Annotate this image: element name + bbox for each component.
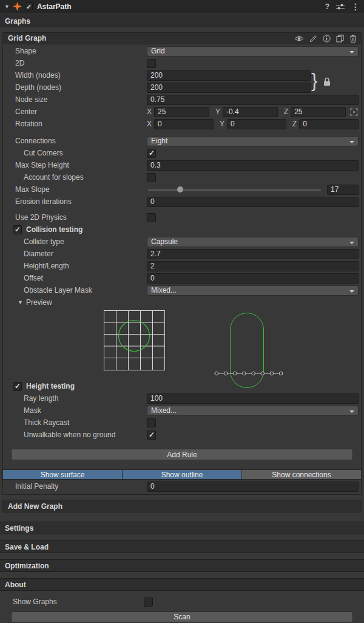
astarpath-icon — [13, 2, 22, 11]
rotation-z-input[interactable] — [299, 119, 359, 129]
diameter-input[interactable] — [147, 249, 359, 259]
preview-foldout-icon[interactable]: ▼ — [18, 299, 23, 305]
max-slope-row: Max Slope — [3, 184, 359, 195]
rotation-y-input[interactable] — [227, 119, 286, 129]
collider-type-dropdown[interactable]: Capsule — [147, 237, 359, 247]
duplicate-icon[interactable] — [336, 35, 344, 43]
offset-input[interactable] — [147, 273, 359, 284]
section-about[interactable]: About — [0, 578, 364, 591]
max-step-height-input[interactable] — [147, 160, 359, 171]
connections-row: Connections Eight — [3, 135, 359, 146]
unwalkable-checkbox[interactable] — [147, 431, 156, 440]
erosion-iterations-row: Erosion iterations — [3, 196, 359, 207]
cut-corners-checkbox[interactable] — [147, 149, 156, 158]
window-foldout-icon[interactable]: ▼ — [4, 4, 10, 10]
add-rule-button[interactable]: Add Rule — [11, 449, 353, 460]
erosion-iterations-label: Erosion iterations — [3, 197, 147, 206]
show-graphs-checkbox[interactable] — [144, 597, 153, 607]
section-settings[interactable]: Settings — [0, 522, 364, 534]
rotation-x-input[interactable] — [154, 119, 214, 129]
edit-pencil-icon[interactable] — [309, 35, 317, 43]
ray-length-input[interactable] — [147, 393, 359, 404]
scan-button[interactable]: Scan — [11, 611, 353, 622]
2d-label: 2D — [3, 59, 147, 67]
thick-raycast-checkbox[interactable] — [147, 418, 156, 427]
snap-position-icon[interactable] — [349, 107, 359, 117]
obstacle-layer-mask-dropdown[interactable]: Mixed... — [147, 285, 359, 296]
collision-testing-checkbox[interactable] — [13, 225, 22, 234]
show-outline-button[interactable]: Show outline — [122, 470, 241, 479]
grid-graph-panel: Grid Graph — [2, 32, 362, 495]
depth-input[interactable] — [147, 83, 311, 93]
component-header: ▼ AstarPath ? ⋮ — [0, 0, 364, 13]
use-2d-physics-checkbox[interactable] — [147, 213, 156, 222]
shape-dropdown[interactable]: Grid — [147, 46, 359, 56]
section-save-load[interactable]: Save & Load — [0, 540, 364, 553]
mask-row: Mask Mixed... — [3, 405, 359, 416]
max-slope-slider[interactable] — [147, 185, 322, 194]
preview-node-line — [214, 370, 283, 376]
account-for-slopes-checkbox[interactable] — [147, 173, 156, 182]
height-testing-label: Height testing — [26, 382, 75, 390]
initial-penalty-label: Initial Penalty — [3, 482, 147, 491]
width-input[interactable] — [147, 70, 311, 81]
z-axis-label: Z — [292, 120, 297, 128]
height-testing-checkbox[interactable] — [13, 382, 22, 391]
slider-track — [148, 189, 321, 191]
rotation-row: Rotation X Y Z — [3, 118, 359, 129]
collider-type-label: Collider type — [3, 237, 147, 246]
delete-trash-icon[interactable] — [349, 35, 357, 43]
add-new-graph-button[interactable]: Add New Graph — [2, 500, 362, 512]
dimensions-group: Width (nodes) Depth (nodes) } — [3, 70, 361, 93]
center-z-input[interactable] — [291, 107, 346, 117]
obstacle-layer-mask-label: Obstacle Layer Mask — [3, 286, 147, 294]
kebab-menu-icon[interactable]: ⋮ — [351, 2, 360, 12]
center-y-input[interactable] — [223, 107, 278, 117]
cut-corners-label: Cut Corners — [3, 149, 147, 157]
x-axis-label: X — [147, 120, 152, 128]
z-axis-label: Z — [284, 107, 288, 116]
shape-label: Shape — [3, 47, 147, 55]
erosion-iterations-input[interactable] — [147, 197, 359, 207]
use-2d-physics-label: Use 2D Physics — [3, 213, 147, 222]
initial-penalty-input[interactable] — [147, 482, 359, 492]
mask-dropdown[interactable]: Mixed... — [147, 406, 359, 416]
section-graphs-label: Graphs — [5, 17, 30, 26]
link-brace: } — [311, 70, 317, 92]
y-axis-label: Y — [215, 107, 220, 116]
thick-raycast-row: Thick Raycast — [3, 417, 359, 428]
height-testing-row: Height testing — [3, 381, 359, 392]
thick-raycast-label: Thick Raycast — [3, 418, 147, 427]
section-graphs[interactable]: Graphs — [0, 15, 364, 27]
info-icon[interactable] — [323, 35, 331, 43]
max-slope-input[interactable] — [327, 185, 359, 195]
show-connections-button[interactable]: Show connections — [241, 470, 361, 479]
slider-handle[interactable] — [177, 186, 183, 192]
lock-icon[interactable] — [323, 77, 331, 86]
preview-capsule-gizmo — [230, 313, 264, 388]
preview-foldout-row[interactable]: ▼ Preview — [3, 297, 359, 308]
show-surface-button[interactable]: Show surface — [3, 470, 122, 479]
connections-dropdown[interactable]: Eight — [147, 136, 359, 146]
max-step-height-label: Max Step Height — [3, 161, 147, 169]
graph-preview-canvas — [3, 309, 361, 380]
section-optimization[interactable]: Optimization — [0, 559, 364, 572]
node-size-label: Node size — [3, 95, 147, 104]
node-size-row: Node size — [3, 94, 359, 105]
connections-label: Connections — [3, 137, 147, 145]
diameter-row: Diameter — [3, 248, 359, 259]
component-title: AstarPath — [37, 2, 72, 11]
2d-checkbox[interactable] — [147, 59, 156, 68]
component-enabled-checkbox[interactable] — [25, 2, 33, 10]
visibility-eye-icon[interactable] — [294, 35, 304, 42]
presets-icon[interactable] — [336, 3, 345, 10]
ray-length-label: Ray length — [3, 394, 147, 403]
grid-graph-title: Grid Graph — [8, 34, 294, 43]
depth-label: Depth (nodes) — [3, 83, 147, 92]
height-length-input[interactable] — [147, 261, 359, 271]
center-x-input[interactable] — [154, 107, 209, 117]
help-icon[interactable]: ? — [325, 2, 329, 11]
grid-graph-header[interactable]: Grid Graph — [3, 33, 361, 44]
account-for-slopes-row: Account for slopes — [3, 172, 359, 183]
node-size-input[interactable] — [147, 95, 359, 105]
